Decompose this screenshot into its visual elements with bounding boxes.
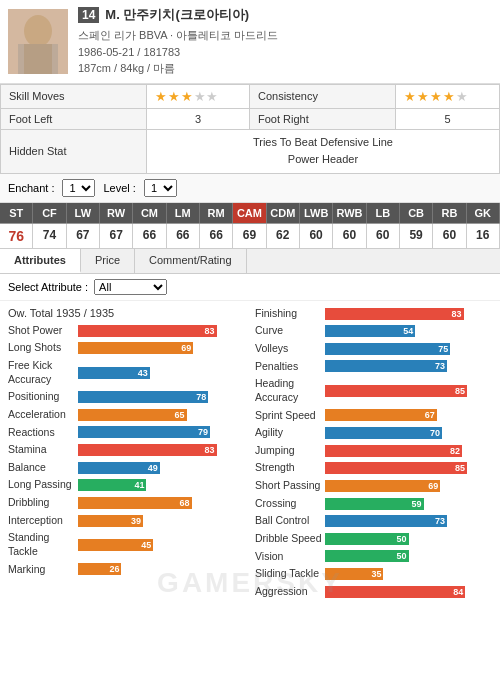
score-cell-11: 60 (367, 224, 400, 248)
attr-row: Interception39 (8, 514, 245, 528)
hidden-stat-label: Hidden Stat (1, 129, 147, 173)
attr-row: Jumping82 (255, 444, 492, 458)
attr-bar: 85 (325, 462, 467, 474)
attr-bar-wrap: 75 (325, 343, 492, 355)
player-dob: 1986-05-21 / 181783 (78, 44, 492, 61)
attr-bar: 68 (78, 497, 192, 509)
attr-bar: 69 (325, 480, 440, 492)
select-attr-select[interactable]: All Attacking Defending (94, 279, 167, 295)
pos-tab-cb[interactable]: CB (400, 203, 433, 223)
score-cell-14: 16 (467, 224, 500, 248)
attr-name: Jumping (255, 444, 325, 458)
attr-name: Long Passing (8, 478, 78, 492)
attr-bar: 43 (78, 367, 150, 379)
attr-tab-0[interactable]: Attributes (0, 249, 81, 273)
attr-bar-wrap: 69 (78, 342, 245, 354)
enchant-select[interactable]: 123 (62, 179, 95, 197)
score-cell-13: 60 (433, 224, 466, 248)
attr-bar-wrap: 41 (78, 479, 245, 491)
attr-bar-wrap: 83 (325, 308, 492, 320)
attr-bar: 73 (325, 360, 447, 372)
attr-row: Heading Accuracy85 (255, 377, 492, 404)
pos-tab-lm[interactable]: LM (167, 203, 200, 223)
attr-bar: 65 (78, 409, 187, 421)
attr-bar-wrap: 73 (325, 360, 492, 372)
score-cell-12: 59 (400, 224, 433, 248)
pos-tab-gk[interactable]: GK (467, 203, 500, 223)
pos-tab-rm[interactable]: RM (200, 203, 233, 223)
attr-name: Sprint Speed (255, 409, 325, 423)
attr-row: Sprint Speed67 (255, 409, 492, 423)
attr-bar-wrap: 43 (78, 367, 245, 379)
attr-bar-wrap: 65 (78, 409, 245, 421)
attr-name: Long Shots (8, 341, 78, 355)
level-select[interactable]: 123 (144, 179, 177, 197)
consistency-stars: ★★★★★ (395, 84, 499, 108)
foot-left-label: Foot Left (1, 108, 147, 129)
score-cell-8: 62 (267, 224, 300, 248)
attr-bar: 85 (325, 385, 467, 397)
attr-tab-1[interactable]: Price (81, 249, 135, 273)
attr-bar-wrap: 85 (325, 462, 492, 474)
attr-name: Aggression (255, 585, 325, 599)
attr-row: Stamina83 (8, 443, 245, 457)
attr-bar: 59 (325, 498, 424, 510)
pos-tab-cdm[interactable]: CDM (267, 203, 300, 223)
attr-name: Strength (255, 461, 325, 475)
score-cell-4: 66 (133, 224, 166, 248)
attr-bar: 83 (325, 308, 464, 320)
select-attr-label: Select Attribute : (8, 281, 88, 293)
attr-name: Crossing (255, 497, 325, 511)
score-cell-0: 76 (0, 224, 33, 248)
attr-bar-wrap: 45 (78, 539, 245, 551)
position-tabs: STCFLWRWCMLMRMCAMCDMLWBRWBLBCBRBGK (0, 203, 500, 224)
attr-bar: 26 (78, 563, 121, 575)
attr-row: Volleys75 (255, 342, 492, 356)
pos-tab-cam[interactable]: CAM (233, 203, 266, 223)
attr-name: Curve (255, 324, 325, 338)
attr-row: Long Shots69 (8, 341, 245, 355)
attr-tab-2[interactable]: Comment/Rating (135, 249, 247, 273)
attr-bar-wrap: 73 (325, 515, 492, 527)
attr-bar-wrap: 54 (325, 325, 492, 337)
attr-name: Reactions (8, 426, 78, 440)
attr-bar: 78 (78, 391, 208, 403)
pos-tab-lwb[interactable]: LWB (300, 203, 333, 223)
attr-name: Standing Tackle (8, 531, 78, 558)
attr-name: Penalties (255, 360, 325, 374)
pos-tab-lb[interactable]: LB (367, 203, 400, 223)
consistency-label: Consistency (249, 84, 395, 108)
pos-tab-cf[interactable]: CF (33, 203, 66, 223)
hidden-stat-val: Tries To Beat Defensive LinePower Header (146, 129, 499, 173)
attr-row: Sliding Tackle35 (255, 567, 492, 581)
score-cell-5: 66 (167, 224, 200, 248)
attr-row: Standing Tackle45 (8, 531, 245, 558)
attr-row: Positioning78 (8, 390, 245, 404)
attr-bar-wrap: 35 (325, 568, 492, 580)
pos-tab-rw[interactable]: RW (100, 203, 133, 223)
attr-bar: 45 (78, 539, 153, 551)
score-cell-2: 67 (67, 224, 100, 248)
pos-tab-st[interactable]: ST (0, 203, 33, 223)
attr-row: Shot Power83 (8, 324, 245, 338)
attr-name: Short Passing (255, 479, 325, 493)
attr-bar-wrap: 69 (325, 480, 492, 492)
attr-row: Aggression84 (255, 585, 492, 599)
attr-bar: 49 (78, 462, 160, 474)
score-cell-9: 60 (300, 224, 333, 248)
attr-name: Dribble Speed (255, 532, 325, 546)
pos-tab-cm[interactable]: CM (133, 203, 166, 223)
pos-tab-rb[interactable]: RB (433, 203, 466, 223)
pos-tab-lw[interactable]: LW (67, 203, 100, 223)
pos-tab-rwb[interactable]: RWB (333, 203, 366, 223)
attr-name: Sliding Tackle (255, 567, 325, 581)
attr-bar: 50 (325, 533, 409, 545)
attr-row: Ball Control73 (255, 514, 492, 528)
attr-name: Balance (8, 461, 78, 475)
attr-name: Positioning (8, 390, 78, 404)
attr-row: Acceleration65 (8, 408, 245, 422)
attr-bar-wrap: 78 (78, 391, 245, 403)
attr-bar-wrap: 68 (78, 497, 245, 509)
score-row: 767467676666666962606060596016 (0, 224, 500, 249)
attr-row: Crossing59 (255, 497, 492, 511)
